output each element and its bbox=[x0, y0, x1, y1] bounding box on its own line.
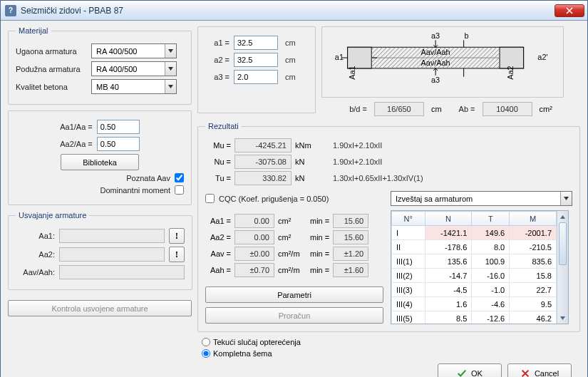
res-aa1-unit: cm² bbox=[278, 217, 306, 225]
res-aa1-label: Aa1 = bbox=[205, 217, 231, 225]
cancel-button[interactable]: Cancel bbox=[507, 363, 572, 377]
material-legend: Materijal bbox=[16, 26, 51, 35]
adopt-aa1-input[interactable] bbox=[59, 229, 165, 243]
geom-group: a1 =cm a2 =cm a3 =cm bbox=[197, 26, 316, 113]
mu-value bbox=[234, 138, 292, 153]
table-row[interactable]: III(5)8.5-12.646.2 bbox=[392, 311, 557, 324]
table-row[interactable]: II-178.68.0-210.5 bbox=[392, 240, 557, 254]
a1-label: a1 = bbox=[205, 38, 229, 47]
dominant-moment-checkbox[interactable] bbox=[175, 185, 184, 195]
adopt-aa1-pick-button[interactable]: ! bbox=[169, 228, 185, 244]
params-button[interactable]: Parametri bbox=[205, 286, 383, 303]
cm-unit: cm bbox=[285, 56, 296, 64]
long-rebar-combo[interactable]: RA 400/500 bbox=[91, 61, 177, 76]
table-row[interactable]: III(3)-4.5-1.022.7 bbox=[392, 283, 557, 297]
tu-label: Tu = bbox=[205, 174, 231, 182]
cm-unit: cm bbox=[285, 38, 296, 47]
titlebar: ? Seizmički zidovi - PBAB 87 bbox=[1, 1, 587, 21]
close-button[interactable] bbox=[555, 4, 584, 17]
table-row[interactable]: III(4)1.6-4.69.5 bbox=[392, 297, 557, 311]
table-header[interactable]: N bbox=[425, 212, 472, 226]
min-label: min = bbox=[310, 217, 329, 225]
table-row[interactable]: III(2)-14.7-16.015.8 bbox=[392, 269, 557, 283]
aa2-ratio-label: Aa2/Aa = bbox=[60, 140, 93, 148]
res-aah-unit: cm²/m bbox=[278, 266, 306, 274]
svg-text:Aav/Aah: Aav/Aah bbox=[421, 58, 450, 67]
control-button[interactable]: Kontrola usvojene armature bbox=[8, 300, 192, 316]
corner-rebar-combo[interactable]: RA 400/500 bbox=[91, 43, 177, 58]
res-aa2-label: Aa2 = bbox=[205, 233, 231, 242]
long-rebar-label: Podužna armatura bbox=[16, 65, 87, 73]
scroll-thumb[interactable] bbox=[559, 222, 567, 265]
a1-input[interactable] bbox=[234, 36, 278, 50]
radio-current-label: Tekući slučaj opterećenja bbox=[213, 338, 301, 346]
aa2-ratio-input[interactable] bbox=[97, 137, 140, 151]
material-group: Materijal Ugaona armatura RA 400/500 Pod… bbox=[8, 26, 192, 105]
concrete-combo[interactable]: MB 40 bbox=[91, 79, 177, 94]
table-row[interactable]: I-1421.1149.6-2001.7 bbox=[392, 226, 557, 240]
res-aah bbox=[234, 263, 274, 277]
table-header[interactable]: N° bbox=[392, 212, 425, 226]
res-aav-unit: cm²/m bbox=[278, 249, 306, 258]
table-header[interactable]: T bbox=[472, 212, 510, 226]
res-aa1 bbox=[234, 214, 274, 228]
scroll-down-icon[interactable] bbox=[557, 312, 568, 324]
scrollbar[interactable] bbox=[557, 211, 568, 324]
nu-combo: 1.90xI+2.10xII bbox=[333, 157, 382, 166]
corner-rebar-value: RA 400/500 bbox=[92, 47, 165, 56]
res-aa2-min bbox=[333, 230, 368, 244]
res-aav bbox=[234, 247, 274, 261]
library-button[interactable]: Biblioteka bbox=[61, 154, 139, 170]
long-rebar-value: RA 400/500 bbox=[92, 65, 165, 73]
a2-input[interactable] bbox=[234, 53, 278, 67]
known-aav-checkbox[interactable] bbox=[175, 173, 184, 182]
adopt-aa2-pick-button[interactable]: ! bbox=[169, 247, 185, 262]
adopt-aa2-input[interactable] bbox=[59, 247, 165, 262]
table-header[interactable]: M bbox=[510, 212, 557, 226]
dominant-moment-label: Dominantni moment bbox=[100, 186, 170, 195]
a3-input[interactable] bbox=[234, 70, 278, 84]
radio-current[interactable]: Tekući slučaj opterećenja bbox=[202, 338, 301, 346]
nu-value bbox=[234, 155, 292, 169]
ok-button[interactable]: OK bbox=[438, 363, 502, 377]
cqc-label: CQC (Koef. prigušenja = 0.050) bbox=[219, 195, 329, 203]
mu-combo: 1.90xI+2.10xII bbox=[333, 141, 382, 150]
dialog-window: ? Seizmički zidovi - PBAB 87 Materijal U… bbox=[0, 0, 588, 377]
chevron-down-icon bbox=[165, 80, 176, 93]
chevron-down-icon bbox=[560, 192, 572, 205]
svg-text:b: b bbox=[465, 31, 469, 40]
adopt-aav-input[interactable] bbox=[59, 265, 185, 279]
adopt-aa2-label: Aa2: bbox=[16, 250, 55, 259]
adopt-aav-label: Aav/Aah: bbox=[16, 268, 55, 277]
report-value: Izveštaj sa armaturom bbox=[391, 195, 560, 203]
app-icon: ? bbox=[5, 5, 16, 16]
res-aah-label: Aah = bbox=[205, 266, 231, 274]
adopt-legend: Usvajanje armature bbox=[16, 211, 89, 220]
ab-value bbox=[483, 102, 532, 116]
concrete-label: Kvalitet betona bbox=[16, 83, 87, 91]
res-aav-min bbox=[333, 247, 368, 261]
res-aa1-min bbox=[333, 214, 368, 228]
tu-unit: kN bbox=[295, 174, 329, 182]
svg-text:a2': a2' bbox=[537, 53, 547, 61]
ab-label: Ab = bbox=[459, 105, 475, 113]
svg-text:a3: a3 bbox=[431, 76, 440, 84]
report-combo[interactable]: Izveštaj sa armaturom bbox=[391, 191, 572, 206]
concrete-value: MB 40 bbox=[92, 83, 165, 91]
svg-rect-1 bbox=[348, 47, 372, 68]
section-diagram: Aav/Aah Aav/Aah a3 a3 a1 a2' Aa1 Aa2 bbox=[321, 26, 564, 98]
svg-text:Aa2: Aa2 bbox=[506, 66, 515, 79]
cqc-checkbox[interactable] bbox=[205, 194, 215, 203]
adopt-aa1-label: Aa1: bbox=[16, 232, 55, 240]
calc-button[interactable]: Proračun bbox=[205, 307, 383, 324]
radio-complete[interactable]: Kompletna šema bbox=[202, 349, 272, 358]
scroll-up-icon[interactable] bbox=[557, 211, 568, 222]
radio-complete-label: Kompletna šema bbox=[213, 349, 272, 358]
min-label: min = bbox=[310, 266, 329, 274]
bd-value bbox=[374, 102, 424, 116]
nu-unit: kN bbox=[295, 157, 329, 166]
aa1-ratio-input[interactable] bbox=[97, 120, 140, 134]
min-label: min = bbox=[310, 249, 329, 258]
table-row[interactable]: III(1)135.6100.9835.6 bbox=[392, 254, 557, 269]
svg-text:a3: a3 bbox=[431, 31, 440, 40]
